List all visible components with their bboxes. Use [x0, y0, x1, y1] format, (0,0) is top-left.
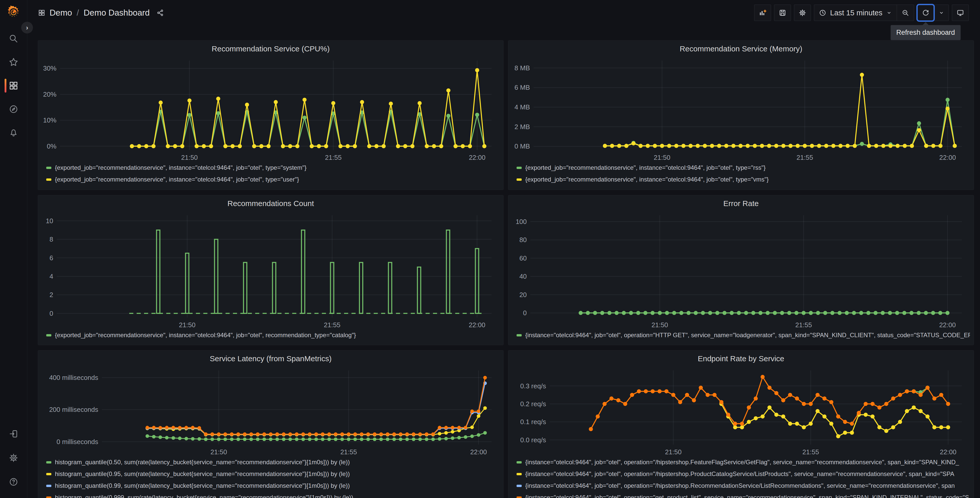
- service-latency-chart[interactable]: 0 milliseconds200 milliseconds400 millis…: [41, 366, 500, 456]
- sidebar-expand-button[interactable]: ›: [21, 22, 33, 34]
- series-point: [216, 111, 220, 115]
- series-point: [367, 144, 371, 148]
- series-point: [468, 144, 472, 148]
- sidebar-item-settings[interactable]: [0, 453, 27, 463]
- panel-title[interactable]: Endpoint Rate by Service: [512, 351, 970, 366]
- sidebar-item-alerting[interactable]: [0, 128, 27, 137]
- legend-swatch: [517, 167, 522, 169]
- dashboard-settings-button[interactable]: [794, 5, 811, 21]
- legend-item[interactable]: {exported_job="recommendationservice", i…: [46, 174, 500, 185]
- series-point: [788, 421, 792, 426]
- endpoint-rate-chart[interactable]: 0.0 req/s0.1 req/s0.2 req/s0.3 req/s21:5…: [512, 366, 970, 456]
- panel-title[interactable]: Error Rate: [512, 195, 970, 211]
- series-point: [389, 102, 393, 105]
- error-rate-chart[interactable]: 02040608010021:5021:5522:00: [512, 211, 970, 329]
- cpu-chart[interactable]: 0%10%20%30%21:5021:5522:00: [41, 56, 500, 162]
- series-point: [730, 311, 734, 315]
- legend-item[interactable]: {instance="otelcol:9464", job="otel", op…: [517, 329, 970, 341]
- series-point: [774, 413, 778, 417]
- legend-item[interactable]: {instance="otelcol:9464", job="otel", op…: [517, 468, 970, 480]
- series-point: [484, 376, 487, 379]
- legend-item[interactable]: {instance="otelcol:9464", job="otel", op…: [517, 480, 970, 492]
- add-panel-button[interactable]: [754, 5, 771, 21]
- panel-title[interactable]: Recommendation Service (CPU%): [41, 41, 500, 56]
- series-point: [843, 431, 847, 435]
- sidebar-item-help[interactable]: [0, 477, 27, 487]
- series-point: [740, 421, 744, 426]
- refresh-interval-dropdown[interactable]: [934, 5, 949, 21]
- legend-item[interactable]: {instance="otelcol:9464", job="otel", op…: [517, 492, 970, 498]
- series-point: [275, 432, 279, 436]
- series-point: [846, 144, 850, 148]
- share-icon[interactable]: [156, 9, 164, 17]
- cycle-view-mode-button[interactable]: [952, 5, 969, 21]
- sidebar-item-explore[interactable]: [0, 104, 27, 114]
- series-point: [610, 144, 614, 148]
- series-line: [147, 383, 485, 434]
- sidebar-item-dashboards[interactable]: [0, 81, 27, 91]
- legend-item[interactable]: histogram_quantile(0.999, sum(rate(laten…: [46, 492, 500, 498]
- series-point: [288, 437, 292, 441]
- sidebar-item-sign-in[interactable]: [0, 429, 27, 439]
- series-point: [857, 411, 861, 415]
- axis-tick-label: 22:00: [939, 154, 956, 161]
- panel-title[interactable]: Recommendations Count: [41, 195, 500, 211]
- series-point: [596, 414, 600, 418]
- refresh-icon: [921, 9, 930, 17]
- series-point: [860, 73, 864, 77]
- series-point: [399, 432, 402, 436]
- series-point: [753, 144, 757, 148]
- zoom-out-time-button[interactable]: [897, 5, 914, 21]
- axis-tick-label: 21:50: [181, 154, 198, 161]
- panel-title[interactable]: Recommendation Service (Memory): [512, 41, 970, 56]
- series-point: [722, 311, 727, 315]
- series-point: [717, 144, 721, 148]
- series-point: [418, 432, 422, 436]
- series-point: [644, 389, 648, 393]
- legend-item[interactable]: {exported_job="recommendationservice", i…: [517, 174, 970, 185]
- series-point: [795, 396, 799, 401]
- legend-item[interactable]: {exported_job="recommendationservice", i…: [517, 162, 970, 174]
- sidebar-item-starred[interactable]: [0, 57, 27, 67]
- legend-item[interactable]: {instance="otelcol:9464", job="otel", op…: [517, 456, 970, 468]
- series-point: [689, 144, 693, 148]
- panel-title[interactable]: Service Latency (from SpanMetrics): [41, 351, 500, 366]
- series-bar: [417, 267, 421, 313]
- legend-item[interactable]: histogram_quantile(0.95, sum(rate(latenc…: [46, 468, 500, 480]
- series-point: [172, 436, 175, 440]
- series-point: [864, 413, 868, 417]
- chevron-right-icon: ›: [26, 24, 29, 32]
- grafana-logo-icon[interactable]: [6, 5, 21, 19]
- legend-swatch: [517, 461, 522, 463]
- series-point: [603, 402, 607, 406]
- series-point: [353, 432, 357, 436]
- series-point: [802, 425, 806, 429]
- axis-tick-label: 21:50: [665, 448, 682, 456]
- breadcrumb-group[interactable]: Demo: [49, 8, 72, 18]
- legend-label: {exported_job="recommendationservice", i…: [55, 164, 307, 171]
- axis-tick-label: 30%: [43, 64, 56, 72]
- series-point: [926, 386, 930, 390]
- time-range-picker[interactable]: Last 15 minutes: [814, 5, 897, 21]
- series-point: [692, 398, 696, 402]
- series-point: [438, 432, 441, 435]
- save-dashboard-button[interactable]: [774, 5, 791, 21]
- legend-item[interactable]: {exported_job="recommendationservice", i…: [46, 329, 500, 341]
- refresh-dashboard-button[interactable]: [917, 5, 934, 21]
- legend-item[interactable]: histogram_quantile(0.50, sum(rate(latenc…: [46, 456, 500, 468]
- axis-tick-label: 22:00: [470, 448, 487, 456]
- axis-tick-label: 200 milliseconds: [49, 406, 98, 413]
- series-point: [146, 426, 149, 429]
- axis-tick-label: 21:55: [340, 448, 357, 456]
- main-area: Demo / Demo Dashboard Last: [27, 0, 980, 498]
- sidebar-item-search[interactable]: [0, 34, 27, 43]
- memory-chart[interactable]: 0 MB2 MB4 MB6 MB8 MB21:5021:5522:00: [512, 56, 970, 162]
- axis-tick-label: 40: [519, 273, 527, 280]
- series-point: [327, 437, 331, 441]
- series-line: [605, 100, 955, 146]
- legend-item[interactable]: histogram_quantile(0.99, sum(rate(latenc…: [46, 480, 500, 492]
- breadcrumb-dashboard-title[interactable]: Demo Dashboard: [84, 8, 150, 18]
- legend-item[interactable]: {exported_job="recommendationservice", i…: [46, 162, 500, 174]
- recommendations-count-chart[interactable]: 024681021:5021:5522:00: [41, 211, 500, 329]
- monitor-icon: [956, 9, 964, 17]
